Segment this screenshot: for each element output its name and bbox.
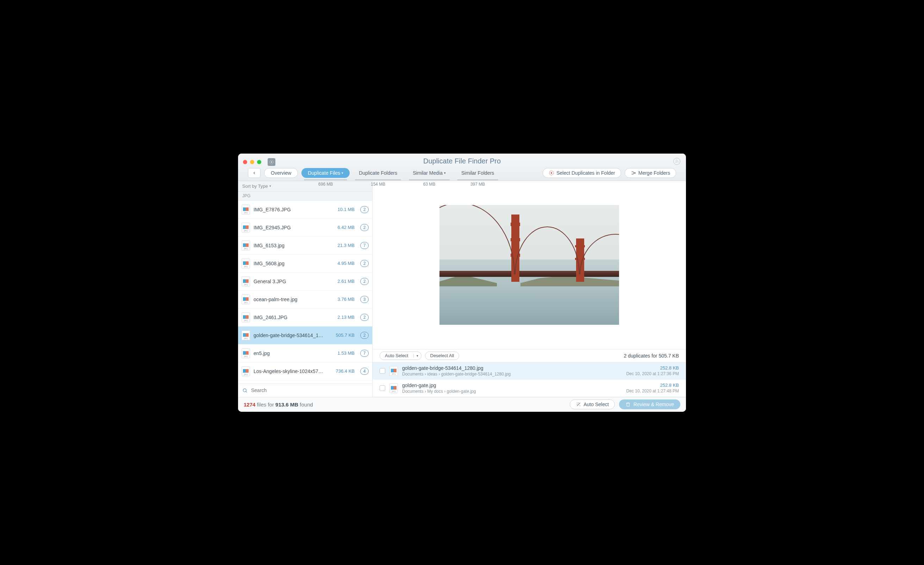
file-row[interactable]: General 3.JPG2.61 MB2 [238, 273, 372, 291]
group-header: JPG [238, 192, 372, 201]
file-thumbnail-icon [242, 331, 250, 340]
preview-image [440, 205, 619, 325]
status-size: 913.6 MB [275, 401, 298, 407]
file-name: IMG_6153.jpg [254, 243, 334, 248]
footer-auto-select-label: Auto Select [584, 401, 609, 407]
footer-auto-select-button[interactable]: Auto Select [570, 400, 615, 409]
file-size: 3.76 MB [338, 297, 355, 302]
close-window-icon[interactable] [243, 160, 247, 164]
merge-icon [631, 170, 636, 176]
file-row[interactable]: Los-Angeles-skyline-1024x57…736.4 KB4 [238, 362, 372, 380]
duplicate-count-badge: 2 [360, 260, 369, 267]
tab-duplicate-folders[interactable]: Duplicate Folders [352, 168, 404, 178]
duplicate-list: golden-gate-bridge-534614_1280.jpgDocume… [372, 362, 686, 397]
file-thumbnail-icon [242, 349, 250, 358]
file-row[interactable]: IMG_5608.jpg4.95 MB2 [238, 255, 372, 273]
svg-point-2 [675, 162, 676, 162]
file-size: 505.7 KB [336, 332, 355, 338]
chevron-down-icon: ▾ [444, 171, 446, 175]
duplicate-count-badge: 2 [360, 314, 369, 321]
file-thumbnail-icon [242, 276, 250, 286]
svg-point-4 [551, 172, 552, 173]
duplicate-size: 252.8 KB [627, 383, 679, 388]
target-icon [549, 170, 554, 176]
duplicate-checkbox[interactable] [380, 385, 385, 391]
titlebar: Duplicate File Finder Pro Overview Dupli… [238, 153, 686, 181]
file-name: IMG_2461.JPG [254, 314, 334, 320]
tab-size-bar [304, 179, 347, 180]
file-thumbnail-icon [242, 258, 250, 268]
tab-size-bar [457, 179, 498, 180]
deselect-all-button[interactable]: Deselect All [425, 352, 459, 360]
duplicate-count-badge: 4 [360, 368, 369, 375]
merge-folders-button[interactable]: Merge Folders [625, 168, 676, 178]
chevron-down-icon[interactable]: ▾ [413, 354, 421, 358]
duplicate-name: golden-gate.jpg [402, 383, 622, 388]
tab-similar-folders[interactable]: Similar Folders [455, 168, 500, 178]
file-row[interactable]: IMG_6153.jpg21.3 MB7 [238, 237, 372, 255]
tab-size-bar [355, 179, 401, 180]
app-title: Duplicate File Finder Pro [243, 153, 681, 165]
file-name: golden-gate-bridge-534614_1… [254, 332, 332, 338]
review-remove-button[interactable]: Review & Remove [619, 400, 680, 409]
wand-icon [576, 401, 581, 407]
tab-size-label: 397 MB [471, 182, 485, 187]
duplicate-path: Documents › ideas › golden-gate-bridge-5… [402, 372, 622, 377]
file-list[interactable]: IMG_E7876.JPG10.1 MB2IMG_E2945.JPG6.42 M… [238, 201, 372, 383]
file-name: en5.jpg [254, 350, 334, 356]
file-row[interactable]: IMG_E7876.JPG10.1 MB2 [238, 201, 372, 219]
file-size: 1.53 MB [338, 350, 355, 356]
duplicate-row[interactable]: golden-gate-bridge-534614_1280.jpgDocume… [372, 362, 686, 380]
file-name: Los-Angeles-skyline-1024x57… [254, 368, 332, 374]
duplicate-count-badge: 3 [360, 296, 369, 303]
search-bar[interactable] [238, 383, 372, 397]
file-size: 6.42 MB [338, 225, 355, 230]
duplicate-count-badge: 7 [360, 350, 369, 357]
duplicate-summary: 2 duplicates for 505.7 KB [624, 353, 679, 359]
tab-size-label: 154 MB [371, 182, 385, 187]
app-window: Duplicate File Finder Pro Overview Dupli… [238, 153, 686, 412]
minimize-window-icon[interactable] [250, 160, 254, 164]
toolbar: Overview Duplicate Files▾696 MBDuplicate… [243, 165, 681, 187]
duplicate-count-badge: 2 [360, 278, 369, 285]
duplicate-row[interactable]: golden-gate.jpgDocuments › My docs › gol… [372, 380, 686, 397]
file-row[interactable]: ocean-palm-tree.jpg3.76 MB3 [238, 291, 372, 308]
zoom-window-icon[interactable] [257, 160, 261, 164]
file-thumbnail-icon [242, 222, 250, 233]
search-input[interactable] [251, 388, 368, 393]
svg-point-5 [243, 389, 246, 392]
back-button[interactable] [248, 168, 261, 178]
tab-size-label: 696 MB [318, 182, 333, 187]
duplicate-checkbox[interactable] [380, 368, 385, 374]
file-name: General 3.JPG [254, 279, 334, 284]
file-row[interactable]: IMG_E2945.JPG6.42 MB2 [238, 219, 372, 237]
select-duplicates-in-folder-button[interactable]: Select Duplicates in Folder [543, 168, 621, 178]
file-row[interactable]: IMG_2461.JPG2.13 MB2 [238, 308, 372, 326]
file-name: ocean-palm-tree.jpg [254, 297, 334, 302]
file-size: 10.1 MB [338, 207, 355, 212]
duplicate-date: Dec 10, 2020 at 1:27:36 PM [627, 371, 679, 376]
file-thumbnail-icon [390, 383, 398, 393]
file-size: 2.13 MB [338, 314, 355, 320]
status-count: 1274 [244, 401, 255, 407]
duplicate-count-badge: 2 [360, 332, 369, 339]
duplicate-size: 252.8 KB [627, 365, 679, 371]
trash-icon [626, 402, 631, 407]
file-row[interactable]: en5.jpg1.53 MB7 [238, 344, 372, 362]
tab-size-bar [409, 179, 450, 180]
tab-duplicate-files[interactable]: Duplicate Files▾ [302, 168, 350, 178]
auto-select-button[interactable]: Auto Select ▾ [380, 352, 422, 360]
file-size: 21.3 MB [338, 243, 355, 248]
tab-similar-media[interactable]: Similar Media▾ [406, 168, 452, 178]
search-icon [242, 388, 248, 393]
duplicate-date: Dec 10, 2020 at 1:27:48 PM [627, 389, 679, 394]
overview-button[interactable]: Overview [264, 168, 298, 178]
duplicate-name: golden-gate-bridge-534614_1280.jpg [402, 365, 622, 371]
feed-icon[interactable] [673, 158, 680, 165]
footer: 1274 files for 913.6 MB found Auto Selec… [238, 397, 686, 412]
file-size: 736.4 KB [336, 368, 355, 374]
file-thumbnail-icon [242, 366, 250, 376]
screenshot-mode-icon[interactable] [268, 158, 275, 166]
file-row[interactable]: golden-gate-bridge-534614_1…505.7 KB2 [238, 326, 372, 344]
file-thumbnail-icon [242, 295, 250, 304]
